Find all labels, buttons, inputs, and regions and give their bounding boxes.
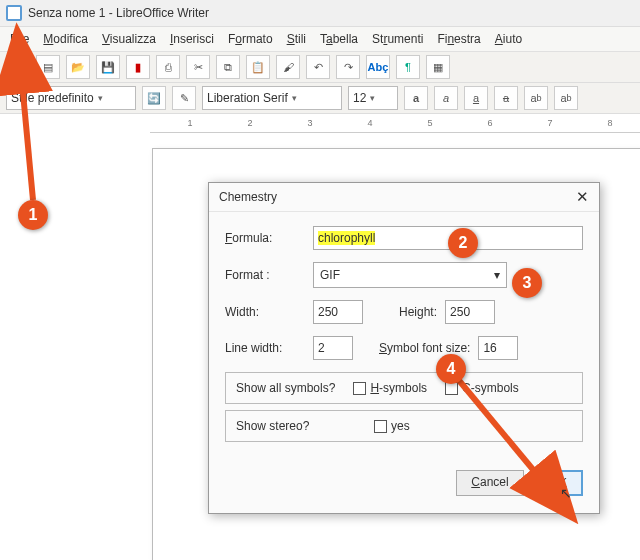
step-3-badge: 3 — [512, 268, 542, 298]
formula-label: Formula: — [225, 231, 305, 245]
svg-text:2: 2 — [247, 118, 252, 128]
linewidth-label: Line width: — [225, 341, 305, 355]
print-icon[interactable]: ⎙ — [156, 55, 180, 79]
svg-text:6: 6 — [487, 118, 492, 128]
format-label: Format : — [225, 268, 305, 282]
new-icon[interactable]: ▤ — [36, 55, 60, 79]
svg-text:4: 4 — [367, 118, 372, 128]
svg-text:3: 3 — [307, 118, 312, 128]
save-icon[interactable]: 💾 — [96, 55, 120, 79]
new-style-icon[interactable]: ✎ — [172, 86, 196, 110]
titlebar: Senza nome 1 - LibreOffice Writer — [0, 0, 640, 27]
bold-icon[interactable]: a — [404, 86, 428, 110]
yes-checkbox[interactable]: yes — [374, 419, 410, 433]
toolbar-format: Stile predefinito▾ 🔄 ✎ Liberation Serif▾… — [0, 83, 640, 114]
dialog-title: Chemestry — [219, 190, 277, 204]
pdf-icon[interactable]: ▮ — [126, 55, 150, 79]
menu-modifica[interactable]: Modifica — [43, 32, 88, 46]
cut-icon[interactable]: ✂ — [186, 55, 210, 79]
para-icon[interactable]: ¶ — [396, 55, 420, 79]
open-icon[interactable]: 📂 — [66, 55, 90, 79]
svg-text:8: 8 — [607, 118, 612, 128]
step-2-badge: 2 — [448, 228, 478, 258]
showall-label: Show all symbols? — [236, 381, 335, 395]
menu-formato[interactable]: Formato — [228, 32, 273, 46]
style-combo[interactable]: Stile predefinito▾ — [6, 86, 136, 110]
menu-inserisci[interactable]: Inserisci — [170, 32, 214, 46]
height-label: Height: — [399, 305, 437, 319]
extension-icon[interactable] — [6, 55, 30, 79]
super-icon[interactable]: ab — [524, 86, 548, 110]
stereo-label: Show stereo? — [236, 419, 356, 433]
italic-icon[interactable]: a — [434, 86, 458, 110]
format-select[interactable]: GIF▾ — [313, 262, 507, 288]
menu-tabella[interactable]: Tabella — [320, 32, 358, 46]
menu-visualizza[interactable]: Visualizza — [102, 32, 156, 46]
svg-text:7: 7 — [547, 118, 552, 128]
menu-stili[interactable]: Stili — [287, 32, 306, 46]
linewidth-input[interactable]: 2 — [313, 336, 353, 360]
window-title: Senza nome 1 - LibreOffice Writer — [28, 6, 209, 20]
ruler: 123 456 78 — [150, 114, 640, 133]
table-icon[interactable]: ▦ — [426, 55, 450, 79]
underline-icon[interactable]: a — [464, 86, 488, 110]
height-input[interactable]: 250 — [445, 300, 495, 324]
chemistry-dialog: Chemestry ✕ Formula: chlorophyll Format … — [208, 182, 600, 514]
undo-icon[interactable]: ↶ — [306, 55, 330, 79]
paste-icon[interactable]: 📋 — [246, 55, 270, 79]
svg-text:5: 5 — [427, 118, 432, 128]
redo-icon[interactable]: ↷ — [336, 55, 360, 79]
strike-icon[interactable]: a — [494, 86, 518, 110]
doc-icon — [6, 5, 22, 21]
step-4-badge: 4 — [436, 354, 466, 384]
symbolfs-label: Symbol font size: — [379, 341, 470, 355]
step-1-badge: 1 — [18, 200, 48, 230]
font-combo[interactable]: Liberation Serif▾ — [202, 86, 342, 110]
size-combo[interactable]: 12▾ — [348, 86, 398, 110]
clone-icon[interactable]: 🖌 — [276, 55, 300, 79]
menu-aiuto[interactable]: Aiuto — [495, 32, 522, 46]
symbolfs-input[interactable]: 16 — [478, 336, 518, 360]
spell-icon[interactable]: Abç — [366, 55, 390, 79]
sub-icon[interactable]: ab — [554, 86, 578, 110]
width-input[interactable]: 250 — [313, 300, 363, 324]
cancel-button[interactable]: Cancel — [456, 470, 523, 496]
ok-button[interactable]: OK — [534, 470, 583, 496]
menubar: File Modifica Visualizza Inserisci Forma… — [0, 27, 640, 52]
menu-file[interactable]: File — [10, 32, 29, 46]
h-symbols-checkbox[interactable]: H-symbols — [353, 381, 427, 395]
cursor-icon: ↖ — [560, 485, 572, 501]
copy-icon[interactable]: ⧉ — [216, 55, 240, 79]
close-icon[interactable]: ✕ — [576, 188, 589, 206]
menu-strumenti[interactable]: Strumenti — [372, 32, 423, 46]
menu-finestra[interactable]: Finestra — [437, 32, 480, 46]
width-label: Width: — [225, 305, 305, 319]
update-style-icon[interactable]: 🔄 — [142, 86, 166, 110]
toolbar-main: ▤ 📂 💾 ▮ ⎙ ✂ ⧉ 📋 🖌 ↶ ↷ Abç ¶ ▦ — [0, 52, 640, 83]
svg-text:1: 1 — [187, 118, 192, 128]
